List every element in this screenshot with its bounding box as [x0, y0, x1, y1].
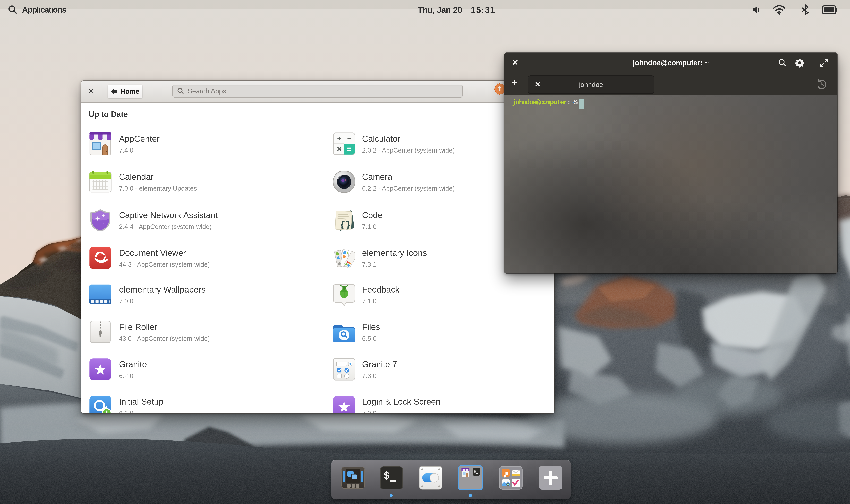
svg-text:$: $ [383, 470, 389, 482]
svg-text:{}: {} [339, 220, 351, 231]
svg-text:$: $ [474, 470, 476, 473]
